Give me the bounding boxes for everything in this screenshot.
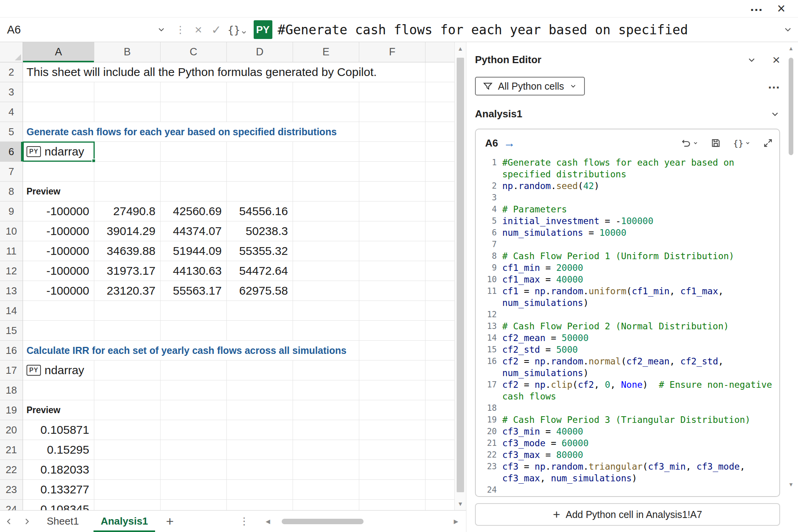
- cell[interactable]: [227, 182, 293, 201]
- cell[interactable]: [23, 102, 94, 122]
- cell[interactable]: [94, 102, 161, 122]
- cell[interactable]: [293, 221, 359, 241]
- cell[interactable]: [161, 182, 227, 201]
- code-line[interactable]: 20cf3_min = 40000: [480, 426, 777, 437]
- code-line[interactable]: 10cf1_max = 40000: [480, 274, 777, 285]
- cell[interactable]: [425, 460, 454, 480]
- cell[interactable]: [293, 102, 359, 122]
- row-header-11[interactable]: 11: [0, 241, 23, 261]
- code-line[interactable]: 16cf2 = np.random.normal(cf2_mean, cf2_s…: [480, 355, 777, 379]
- code-line[interactable]: 7: [480, 239, 777, 250]
- cell[interactable]: [161, 440, 227, 460]
- row-header-22[interactable]: 22: [0, 460, 23, 480]
- cell[interactable]: 42560.69: [161, 201, 227, 221]
- cell[interactable]: [359, 321, 425, 341]
- cell[interactable]: [359, 221, 425, 241]
- cell[interactable]: 31973.17: [94, 261, 161, 281]
- cell[interactable]: [425, 341, 454, 361]
- cell[interactable]: [425, 142, 454, 162]
- code-line[interactable]: 8# Cash Flow Period 1 (Uniform Distribut…: [480, 250, 777, 262]
- row-header-12[interactable]: 12: [0, 261, 23, 281]
- row-header-23[interactable]: 23: [0, 480, 23, 500]
- row-header-16[interactable]: 16: [0, 341, 23, 361]
- formula-bar-grip-icon[interactable]: ⋮: [171, 24, 189, 36]
- cell[interactable]: [94, 301, 161, 321]
- cell[interactable]: 54556.16: [227, 201, 293, 221]
- code-line[interactable]: 5initial_investment = -100000: [480, 215, 777, 227]
- cell[interactable]: 27490.8: [94, 201, 161, 221]
- row-header-7[interactable]: 7: [0, 162, 23, 182]
- code-line[interactable]: 3: [480, 192, 777, 203]
- cell[interactable]: [227, 301, 293, 321]
- cell[interactable]: [425, 221, 454, 241]
- cell[interactable]: [359, 380, 425, 400]
- formula-bar-expand-button[interactable]: [778, 25, 798, 35]
- cell[interactable]: [359, 122, 425, 142]
- column-header-F[interactable]: F: [359, 42, 425, 62]
- cell[interactable]: 0.108345: [23, 500, 94, 510]
- cell[interactable]: [359, 460, 425, 480]
- column-header-A[interactable]: A: [23, 42, 94, 62]
- cell[interactable]: [227, 142, 293, 162]
- cell[interactable]: [161, 480, 227, 500]
- cell[interactable]: [359, 241, 425, 261]
- expand-editor-button[interactable]: [763, 138, 773, 148]
- code-line[interactable]: 15cf2_std = 5000: [480, 344, 777, 355]
- insert-python-button[interactable]: {}: [225, 24, 250, 36]
- code-editor[interactable]: 1#Generate cash flows for each year base…: [480, 157, 777, 493]
- cell[interactable]: [23, 162, 94, 182]
- confirm-entry-button[interactable]: ✓: [207, 21, 225, 39]
- cell[interactable]: [359, 281, 425, 301]
- code-line[interactable]: 9cf1_min = 20000: [480, 262, 777, 274]
- goto-cell-arrow-icon[interactable]: →: [503, 136, 515, 150]
- cell[interactable]: -100000: [23, 241, 94, 261]
- window-more-button[interactable]: …: [746, 1, 767, 16]
- row-header-2[interactable]: 2: [0, 62, 23, 82]
- panel-scroll-up-icon[interactable]: ▲: [786, 45, 796, 51]
- column-header-E[interactable]: E: [293, 42, 359, 62]
- code-line[interactable]: 13# Cash Flow Period 2 (Normal Distribut…: [480, 320, 777, 332]
- cell[interactable]: 0.182033: [23, 460, 94, 480]
- cell[interactable]: [161, 400, 227, 420]
- cell[interactable]: [425, 480, 454, 500]
- cell[interactable]: -100000: [23, 261, 94, 281]
- cell[interactable]: [425, 321, 454, 341]
- cell[interactable]: 50238.3: [227, 221, 293, 241]
- save-button[interactable]: [711, 138, 721, 148]
- cell[interactable]: [359, 82, 425, 102]
- column-header-overflow[interactable]: [425, 42, 454, 62]
- cell[interactable]: [94, 420, 161, 440]
- cell[interactable]: [293, 321, 359, 341]
- cell[interactable]: [161, 102, 227, 122]
- scroll-left-icon[interactable]: ◀: [263, 518, 273, 525]
- tab-bar-grip-icon[interactable]: ⋮: [239, 511, 249, 532]
- cell[interactable]: [425, 380, 454, 400]
- cell[interactable]: [94, 321, 161, 341]
- cell[interactable]: [94, 361, 161, 380]
- cell[interactable]: [425, 281, 454, 301]
- panel-scrollbar-thumb[interactable]: [789, 58, 793, 155]
- cell[interactable]: [94, 500, 161, 510]
- cell[interactable]: [425, 182, 454, 201]
- code-line[interactable]: 4# Parameters: [480, 203, 777, 215]
- cell[interactable]: [293, 361, 359, 380]
- python-code-button[interactable]: {}: [733, 138, 751, 148]
- cell[interactable]: [293, 142, 359, 162]
- cell[interactable]: [425, 241, 454, 261]
- code-line[interactable]: 22cf3_max = 80000: [480, 449, 777, 461]
- cell[interactable]: [23, 82, 94, 102]
- cell[interactable]: 51944.09: [161, 241, 227, 261]
- cell[interactable]: 54472.64: [227, 261, 293, 281]
- row-header-15[interactable]: 15: [0, 321, 23, 341]
- select-all-corner[interactable]: [0, 42, 23, 62]
- cell[interactable]: [359, 361, 425, 380]
- cell[interactable]: [293, 420, 359, 440]
- cell[interactable]: 0.15295: [23, 440, 94, 460]
- cell[interactable]: -100000: [23, 201, 94, 221]
- cell[interactable]: [359, 480, 425, 500]
- cell[interactable]: 23120.37: [94, 281, 161, 301]
- cell[interactable]: [161, 82, 227, 102]
- cell[interactable]: [23, 380, 94, 400]
- cell[interactable]: [94, 162, 161, 182]
- cell[interactable]: [161, 301, 227, 321]
